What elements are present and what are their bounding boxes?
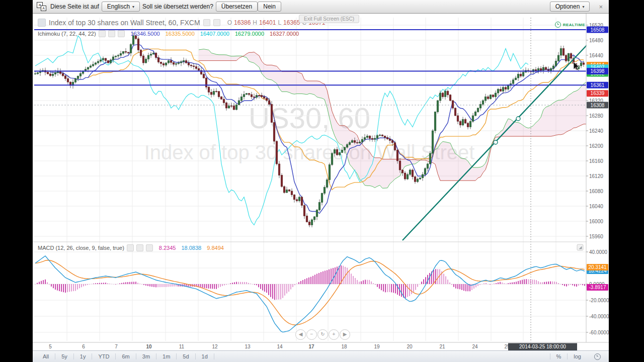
svg-text:-3.8917: -3.8917	[589, 285, 606, 290]
svg-text:18: 18	[341, 344, 347, 349]
ohlc-key: O	[227, 19, 232, 26]
range-button-1m[interactable]: 1m	[156, 353, 177, 359]
options-dropdown[interactable]: Optionen ▾	[550, 2, 590, 12]
svg-text:15960: 15960	[589, 234, 603, 239]
range-button-5y[interactable]: 5y	[55, 353, 74, 359]
macd-values: 8.234518.08389.8494	[159, 245, 224, 251]
range-button-1d[interactable]: 1d	[196, 353, 214, 359]
svg-text:6: 6	[82, 344, 85, 349]
indicator-value: 9.8494	[207, 245, 224, 251]
indicator-value: 16327.0000	[270, 31, 299, 37]
ohlc-key: L	[278, 19, 281, 26]
translate-bar-right: Optionen ▾ ×	[550, 2, 605, 12]
ichimoku-settings-icon[interactable]	[108, 30, 115, 37]
svg-text:24: 24	[472, 344, 478, 349]
svg-text:16280: 16280	[589, 113, 603, 119]
svg-text:16120: 16120	[589, 173, 603, 179]
indicator-value: 16335.5000	[166, 31, 195, 37]
pan-left-button[interactable]: ◀	[295, 329, 306, 340]
svg-text:16508: 16508	[591, 27, 605, 33]
svg-text:16080: 16080	[589, 189, 603, 194]
range-buttons: All5y1yYTD6m3m1m5d1d	[33, 353, 214, 359]
reset-view-button[interactable]: ↻	[317, 329, 328, 340]
chart-canvas[interactable]: US30, 60Index of top 30 shares on Wall S…	[33, 14, 609, 350]
range-button-all[interactable]: All	[37, 353, 55, 359]
price-axis[interactable]: 1652016480164401632016280162401620016160…	[586, 14, 609, 350]
ichimoku-label: Ichimoku (7, 22, 44, 22)	[38, 31, 96, 37]
range-button-3m[interactable]: 3m	[136, 353, 156, 359]
translate-bar: aA Diese Seite ist auf Englisch ▾ Soll s…	[33, 0, 609, 14]
svg-text:16240: 16240	[589, 128, 603, 134]
macd-maximize-icon[interactable]	[577, 244, 583, 250]
close-icon[interactable]: ×	[599, 3, 603, 11]
macd-legend-row: MACD (12, 26, close, 9, false, true) 8.2…	[38, 244, 224, 251]
macd-close-icon[interactable]	[146, 244, 153, 251]
trendline-anchor[interactable]	[516, 117, 520, 121]
bottom-toolbar: All5y1yYTD6m3m1m5d1d % log	[33, 350, 609, 362]
zoom-out-button[interactable]: −	[306, 329, 317, 340]
svg-text:16398: 16398	[591, 68, 605, 74]
svg-text:-40.0000: -40.0000	[589, 314, 609, 319]
chevron-down-icon: ▾	[582, 5, 584, 9]
svg-text:13: 13	[245, 344, 251, 349]
svg-text:16040: 16040	[589, 204, 603, 209]
ichimoku-eye-icon[interactable]	[99, 30, 106, 37]
svg-text:16440: 16440	[589, 53, 603, 58]
svg-text:16361: 16361	[591, 82, 605, 88]
range-button-ytd[interactable]: YTD	[92, 353, 116, 359]
session-clock-icon[interactable]	[594, 353, 601, 360]
svg-text:16339: 16339	[591, 90, 605, 96]
zoom-in-button[interactable]: +	[329, 329, 339, 340]
ohlc-value: 16401	[259, 19, 276, 26]
svg-text:14: 14	[277, 344, 283, 349]
svg-text:16160: 16160	[589, 158, 603, 164]
svg-text:20.3141: 20.3141	[588, 264, 607, 270]
macd-settings-icon[interactable]	[136, 244, 143, 251]
options-dropdown-label: Optionen	[555, 3, 580, 10]
chart-nav-buttons: ◀−↻+▶	[295, 329, 350, 340]
macd-label: MACD (12, 26, close, 9, false, true)	[38, 245, 124, 251]
svg-text:10: 10	[146, 344, 152, 349]
realtime-label: REALTIME	[563, 23, 585, 27]
symbol-settings-icon[interactable]	[213, 19, 220, 26]
svg-text:16000: 16000	[589, 219, 603, 224]
range-button-1y[interactable]: 1y	[74, 353, 93, 359]
symbol-title: Index of top 30 shares on Wall Street, 6…	[49, 19, 200, 27]
ohlc-value: 16365	[283, 19, 300, 26]
indicator-value: 16407.0000	[200, 31, 229, 37]
decline-translate-button[interactable]: Nein	[258, 2, 281, 12]
ichimoku-legend-row: Ichimoku (7, 22, 44, 22) 16346.500016335…	[38, 30, 299, 37]
translate-button[interactable]: Übersetzen	[216, 2, 258, 12]
ichimoku-close-icon[interactable]	[118, 30, 125, 37]
indicator-value: 16346.5000	[131, 31, 160, 37]
percent-scale-button[interactable]: %	[550, 353, 568, 359]
scale-controls: % log	[546, 353, 609, 360]
symbol-toggle-icon[interactable]	[203, 19, 210, 26]
language-dropdown-label: Englisch	[107, 3, 130, 10]
macd-eye-icon[interactable]	[127, 244, 134, 251]
chart-page: US30, 60Index of top 30 shares on Wall S…	[33, 14, 609, 362]
range-button-5d[interactable]: 5d	[177, 353, 195, 359]
symbol-icon[interactable]	[38, 19, 46, 27]
indicator-value: 8.2345	[159, 245, 176, 251]
svg-text:40.0000: 40.0000	[589, 249, 608, 255]
translate-icon: aA	[37, 2, 46, 11]
trendline-anchor[interactable]	[494, 140, 498, 144]
ohlc-key: H	[253, 19, 257, 26]
chevron-down-icon: ▾	[132, 5, 134, 9]
svg-text:11: 11	[179, 344, 185, 349]
svg-text:20: 20	[407, 344, 413, 349]
svg-text:16308: 16308	[591, 103, 605, 108]
svg-text:-20.0000: -20.0000	[589, 298, 609, 303]
svg-text:16480: 16480	[589, 38, 603, 43]
svg-text:7: 7	[115, 344, 118, 349]
pan-right-button[interactable]: ▶	[340, 329, 350, 340]
svg-text:21: 21	[439, 344, 445, 349]
log-scale-button[interactable]: log	[567, 353, 587, 359]
indicator-value: 16279.0000	[235, 31, 264, 37]
ichimoku-values: 16346.500016335.500016407.000016279.0000…	[131, 31, 299, 37]
realtime-badge: REALTIME	[555, 22, 585, 28]
svg-text:5: 5	[49, 344, 52, 349]
language-dropdown[interactable]: Englisch ▾	[102, 2, 140, 12]
range-button-6m[interactable]: 6m	[116, 353, 136, 359]
